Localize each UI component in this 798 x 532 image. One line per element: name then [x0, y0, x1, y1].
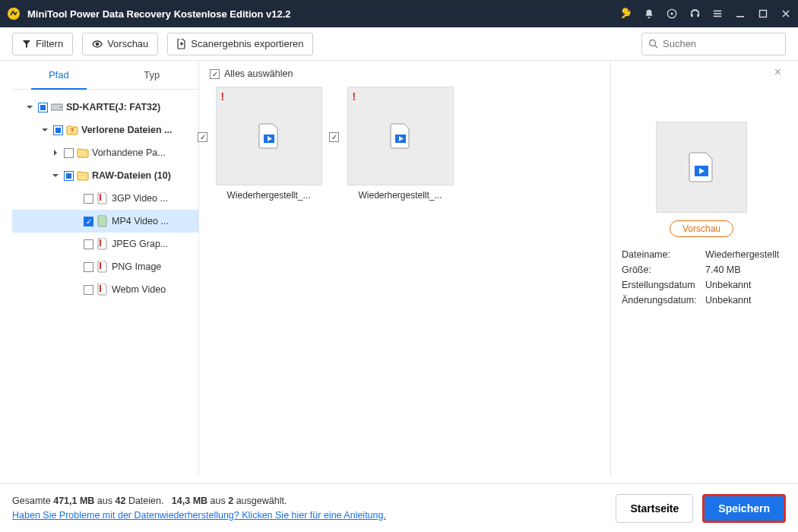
chevron-down-icon[interactable]	[50, 170, 61, 181]
close-preview-icon[interactable]: ×	[774, 65, 781, 79]
tree-label: SD-KARTE(J: FAT32)	[66, 102, 160, 112]
tree-leaf[interactable]: PNG Image	[12, 255, 198, 278]
footer-buttons: Startseite Speichern	[616, 494, 786, 523]
footer-total-files: 42	[116, 496, 126, 506]
meta-key: Größe:	[622, 264, 705, 275]
checkbox-leaf[interactable]	[84, 262, 93, 272]
svg-rect-17	[100, 239, 101, 246]
tree-leaf[interactable]: Webm Video	[12, 278, 198, 301]
meta-key: Dateiname:	[622, 249, 705, 260]
tree-raw-files[interactable]: RAW-Dateien (10)	[12, 164, 198, 187]
close-icon[interactable]	[780, 8, 792, 20]
checkbox-lost[interactable]	[53, 125, 63, 135]
tree-leaf-label: Webm Video	[112, 284, 166, 295]
tree-leaf[interactable]: ✓MP4 Video ...	[12, 210, 198, 233]
file-item[interactable]: !Wiederhergestellt_...	[210, 87, 328, 201]
meta-value: Unbekannt	[705, 280, 781, 290]
svg-point-11	[650, 40, 656, 46]
select-all-label: Alles auswählen	[224, 68, 293, 79]
file-thumbnail: !	[216, 87, 322, 185]
meta-value: Unbekannt	[705, 295, 781, 306]
tree-label: RAW-Dateien (10)	[92, 170, 171, 181]
tree-leaf-label: MP4 Video ...	[112, 216, 169, 226]
svg-point-0	[8, 8, 20, 20]
tree-leaf-label: PNG Image	[112, 261, 161, 272]
svg-rect-3	[714, 11, 722, 12]
file-item[interactable]: !Wiederhergestellt_...	[341, 87, 459, 201]
chevron-right-icon[interactable]	[50, 147, 61, 158]
file-checkbox[interactable]	[329, 132, 339, 142]
svg-rect-6	[736, 16, 744, 17]
filetype-icon	[97, 283, 109, 296]
preview-meta-row: Dateiname:Wiederhergestellt	[622, 249, 781, 260]
search-box[interactable]	[641, 33, 786, 55]
tree-leaf[interactable]: 3GP Video ...	[12, 187, 198, 210]
tree-leaf-label: JPEG Grap...	[112, 239, 168, 249]
svg-rect-4	[714, 13, 722, 14]
filter-label: Filtern	[36, 38, 63, 49]
minimize-icon[interactable]	[734, 8, 746, 20]
checkbox-existing[interactable]	[64, 148, 74, 158]
chevron-down-icon[interactable]	[24, 102, 35, 112]
notifications-icon[interactable]	[643, 8, 655, 20]
home-button[interactable]: Startseite	[616, 494, 693, 523]
tab-type[interactable]: Typ	[106, 61, 199, 89]
meta-value: Wiederhergestellt	[705, 249, 781, 260]
titlebar: MiniTool Power Data Recovery Kostenlose …	[0, 0, 798, 27]
warning-icon: !	[353, 90, 356, 103]
chevron-down-icon[interactable]	[40, 125, 50, 135]
checkbox-raw[interactable]	[64, 171, 74, 181]
file-checkbox[interactable]	[198, 132, 207, 142]
tree-root-drive[interactable]: SD-KARTE(J: FAT32)	[12, 96, 198, 119]
select-all-checkbox[interactable]: ✓	[210, 69, 220, 79]
tree-leaf[interactable]: JPEG Grap...	[12, 233, 198, 255]
svg-rect-7	[760, 11, 767, 17]
tab-path[interactable]: Pfad	[12, 61, 106, 89]
meta-value: 7.40 MB	[705, 264, 781, 275]
file-name: Wiederhergestellt_...	[358, 190, 442, 201]
maximize-icon[interactable]	[757, 8, 769, 20]
filter-icon	[22, 40, 31, 49]
filetype-icon	[97, 238, 109, 250]
tree-lost-files[interactable]: ? Verlorene Dateien ...	[12, 119, 198, 141]
help-link[interactable]: Haben Sie Probleme mit der Datenwiederhe…	[12, 510, 386, 521]
select-all-row[interactable]: ✓ Alles auswählen	[210, 68, 600, 79]
export-label: Scanergebnis exportieren	[191, 38, 303, 49]
search-input[interactable]	[663, 38, 790, 49]
result-tabs: Pfad Typ	[12, 61, 198, 90]
filter-button[interactable]: Filtern	[12, 33, 73, 55]
support-icon[interactable]	[689, 8, 701, 20]
drive-icon	[51, 101, 63, 113]
tree-existing-partitions[interactable]: Vorhandene Pa...	[12, 141, 198, 164]
checkbox-leaf[interactable]	[84, 194, 93, 204]
filetype-icon	[97, 261, 109, 273]
file-name: Wiederhergestellt_...	[226, 190, 310, 201]
filetype-icon	[97, 215, 109, 227]
search-icon	[648, 39, 658, 49]
preview-toggle-label: Vorschau	[107, 38, 148, 49]
menu-icon[interactable]	[711, 8, 724, 20]
checkbox-leaf[interactable]	[84, 239, 93, 249]
checkbox-leaf[interactable]: ✓	[84, 217, 93, 226]
preview-toggle-button[interactable]: Vorschau	[82, 33, 158, 55]
checkbox-drive[interactable]	[38, 103, 48, 112]
license-key-icon[interactable]	[620, 8, 632, 20]
footer-text: Gesamte	[12, 496, 53, 506]
meta-key: Änderungsdatum:	[622, 295, 705, 306]
svg-point-2	[670, 12, 673, 14]
svg-text:?: ?	[71, 127, 74, 134]
titlebar-actions	[620, 8, 792, 20]
save-button[interactable]: Speichern	[702, 494, 786, 523]
folder-question-icon: ?	[66, 124, 78, 136]
svg-rect-18	[100, 262, 101, 269]
preview-button[interactable]: Vorschau	[670, 220, 733, 237]
app-logo-icon	[6, 6, 21, 21]
tree-label: Verlorene Dateien ...	[81, 125, 173, 135]
disc-icon[interactable]	[666, 8, 678, 20]
folder-icon	[77, 169, 89, 182]
footer: Gesamte 471,1 MB aus 42 Dateien. 14,3 MB…	[0, 483, 798, 532]
footer-total-size: 471,1 MB	[53, 496, 94, 506]
preview-meta-row: Änderungsdatum:Unbekannt	[622, 295, 781, 306]
export-button[interactable]: Scanergebnis exportieren	[167, 33, 313, 55]
checkbox-leaf[interactable]	[84, 285, 93, 295]
